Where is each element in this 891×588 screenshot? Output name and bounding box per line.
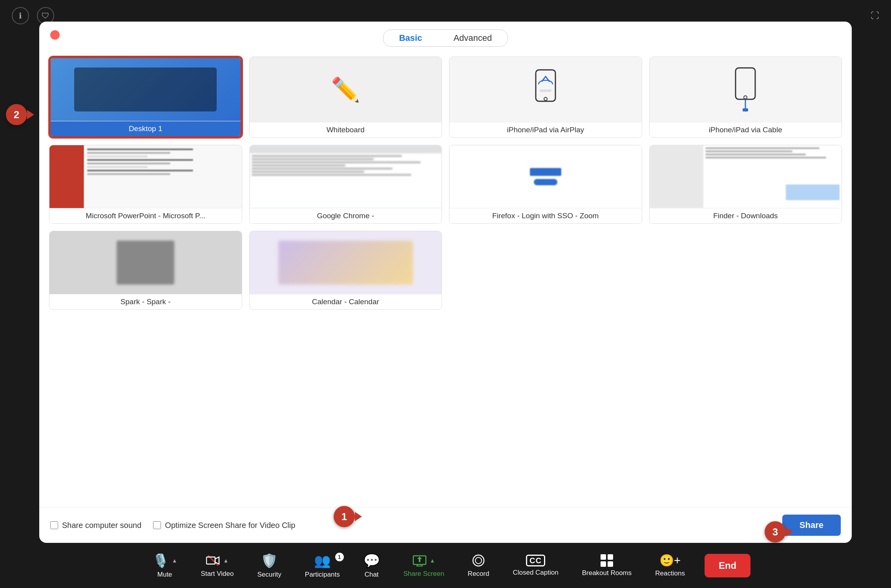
modal-header: Basic Advanced: [39, 22, 852, 51]
toolbar-item-security[interactable]: 🛡️ Security: [245, 553, 293, 579]
optimize-video-label[interactable]: Optimize Screen Share for Video Clip: [153, 521, 295, 530]
pencil-icon: ✏️: [331, 76, 360, 104]
toolbar-item-reactions[interactable]: 🙂+ Reactions: [643, 553, 697, 577]
chrome-line: [252, 164, 346, 166]
ppt-line: [87, 155, 148, 157]
reactions-icon: 🙂+: [659, 553, 681, 567]
modal-close-button[interactable]: [50, 30, 60, 40]
optimize-video-checkbox[interactable]: [153, 521, 161, 529]
toolbar-item-share-screen[interactable]: ▲ Share Screen: [392, 553, 456, 578]
participants-label: Participants: [305, 571, 340, 579]
finder-line: [705, 157, 826, 159]
video-svg: [206, 553, 220, 568]
finder-thumb: [650, 145, 842, 208]
svg-point-9: [473, 555, 484, 566]
whiteboard-label: Whiteboard: [250, 122, 442, 137]
chat-icon: 💬: [363, 553, 380, 568]
step-badge-2: 2: [6, 104, 27, 125]
grid-item-desktop1[interactable]: Desktop 1: [49, 57, 242, 138]
participants-badge: 1: [335, 553, 344, 561]
svg-point-4: [744, 96, 747, 99]
video-label: Start Video: [201, 570, 234, 578]
calendar-label: Calendar - Calendar: [250, 294, 442, 309]
grid-item-powerpoint[interactable]: Microsoft PowerPoint - Microsoft P...: [49, 145, 242, 224]
ppt-line: [87, 152, 170, 154]
airplay-thumb: [449, 57, 642, 122]
mute-caret: ▲: [172, 557, 177, 564]
share-grid: Desktop 1 ✏️ Whiteboard: [49, 57, 842, 310]
cc-box: CC: [526, 555, 545, 566]
chrome-line: [252, 171, 365, 173]
breakout-cell: [608, 561, 613, 567]
grid-item-whiteboard[interactable]: ✏️ Whiteboard: [249, 57, 442, 138]
toolbar-item-breakout-rooms[interactable]: Breakout Rooms: [570, 554, 644, 577]
share-computer-sound-checkbox[interactable]: [50, 521, 58, 529]
ppt-line: [87, 148, 193, 150]
expand-icon[interactable]: ⛶: [871, 11, 879, 21]
breakout-icon: [601, 554, 613, 567]
share-computer-sound-text: Share computer sound: [62, 521, 141, 530]
step-badge-3: 3: [765, 521, 786, 542]
cable-label: iPhone/iPad via Cable: [650, 122, 842, 137]
end-button[interactable]: End: [705, 554, 750, 577]
spark-label: Spark - Spark -: [49, 294, 242, 309]
grid-item-firefox[interactable]: Firefox - Login with SSO - Zoom: [449, 145, 642, 224]
record-svg: [471, 553, 486, 568]
cc-label: Closed Caption: [513, 569, 558, 577]
tab-advanced[interactable]: Advanced: [438, 30, 508, 46]
toolbar-item-participants[interactable]: 👥 1 Participants: [293, 553, 352, 579]
svg-rect-3: [736, 68, 755, 99]
tab-basic[interactable]: Basic: [383, 30, 438, 46]
modal-footer: Share computer sound Optimize Screen Sha…: [39, 507, 852, 543]
ppt-line: [87, 166, 148, 168]
breakout-cell: [608, 554, 613, 560]
chrome-line: [252, 158, 374, 160]
info-icon[interactable]: ℹ: [12, 7, 29, 24]
ppt-line: [87, 163, 170, 164]
share-screen-icon: ▲: [413, 553, 435, 568]
share-screen-label: Share Screen: [404, 570, 444, 578]
svg-point-10: [475, 557, 482, 564]
desktop1-label: Desktop 1: [51, 121, 241, 136]
ppt-content: [84, 145, 241, 208]
breakout-cell: [601, 561, 606, 567]
grid-item-finder[interactable]: Finder - Downloads: [649, 145, 842, 224]
chrome-line: [252, 174, 412, 176]
toolbar-item-closed-caption[interactable]: CC Closed Caption: [501, 555, 570, 577]
security-label: Security: [257, 571, 281, 579]
grid-item-spark[interactable]: Spark - Spark -: [49, 231, 242, 310]
grid-item-cable[interactable]: iPhone/iPad via Cable: [649, 57, 842, 138]
share-computer-sound-label[interactable]: Share computer sound: [50, 521, 141, 530]
finder-line: [705, 147, 820, 149]
reactions-emoji: 🙂+: [659, 553, 681, 567]
finder-line: [705, 150, 793, 152]
grid-item-airplay[interactable]: iPhone/iPad via AirPlay: [449, 57, 642, 138]
desktop1-preview: [74, 68, 217, 111]
breakout-cell: [601, 554, 606, 560]
tab-switcher: Basic Advanced: [383, 29, 508, 47]
firefox-thumb: [449, 145, 642, 208]
breakout-grid: [601, 554, 613, 567]
grid-item-calendar[interactable]: Calendar - Calendar: [249, 231, 442, 310]
toolbar-item-mute[interactable]: 🎙️▲ Mute: [141, 553, 189, 579]
security-icon: 🛡️: [261, 553, 278, 568]
toolbar-item-start-video[interactable]: ▲ Start Video: [189, 553, 246, 578]
cable-thumb: [650, 57, 842, 122]
calendar-blurred: [278, 241, 413, 285]
chrome-label: Google Chrome -: [250, 208, 442, 223]
optimize-video-text: Optimize Screen Share for Video Clip: [165, 521, 295, 530]
video-icon: ▲: [206, 553, 229, 568]
share-screen-modal: Basic Advanced Desktop 1 ✏️ Whiteboard: [39, 22, 852, 543]
toolbar-item-chat[interactable]: 💬 Chat: [352, 553, 392, 579]
share-screen-svg: [413, 553, 427, 568]
grid-item-chrome[interactable]: Google Chrome -: [249, 145, 442, 224]
ppt-line: [87, 170, 193, 172]
zoom-logo: [530, 168, 561, 176]
reactions-label: Reactions: [655, 570, 685, 577]
participants-icon: 👥: [314, 553, 330, 568]
chrome-line: [252, 161, 421, 163]
finder-line: [705, 153, 806, 155]
toolbar-item-record[interactable]: Record: [456, 553, 501, 578]
chat-label: Chat: [365, 571, 379, 579]
spark-thumb: [49, 231, 242, 294]
